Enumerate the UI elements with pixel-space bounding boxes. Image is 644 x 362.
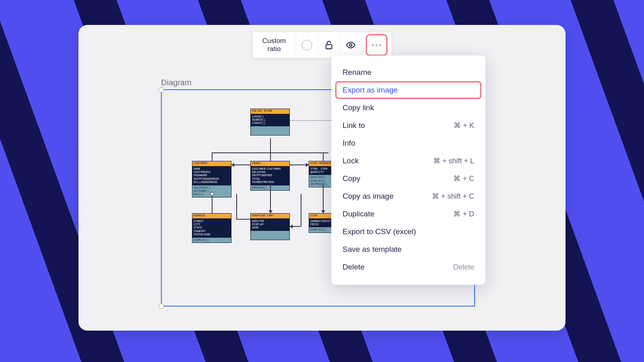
connector — [323, 152, 324, 161]
svg-rect-0 — [326, 45, 332, 49]
menu-item-rename[interactable]: Rename — [335, 64, 481, 81]
color-swatch-button[interactable] — [296, 32, 318, 58]
resize-handle-top-left[interactable] — [159, 87, 164, 93]
menu-item-link-to[interactable]: Link to ⌘ + K — [335, 117, 481, 134]
arrow-left-icon — [231, 163, 234, 167]
connector — [270, 138, 271, 152]
more-options-button[interactable] — [361, 32, 391, 58]
circle-icon — [301, 40, 312, 50]
connector — [212, 152, 213, 161]
arrow-down-icon — [321, 210, 325, 213]
menu-item-duplicate[interactable]: Duplicate ⌘ + D — [335, 205, 481, 223]
app-window: Custom ratio Diag — [78, 25, 566, 331]
connector — [323, 185, 324, 213]
menu-item-delete[interactable]: Delete Delete — [335, 258, 481, 276]
menu-item-export-csv[interactable]: Export to CSV (excel) — [335, 223, 481, 241]
connector — [270, 152, 271, 161]
connector — [301, 194, 301, 226]
lock-button[interactable] — [318, 32, 340, 58]
connector — [236, 219, 250, 220]
connector — [270, 185, 271, 213]
diagram-title: Diagram — [161, 78, 192, 87]
dots-horizontal-icon — [372, 44, 381, 46]
uml-box-cart[interactable]: SHOPPING CART ADDITEM DISPLAY SAVE — [250, 213, 290, 240]
connector — [236, 194, 237, 219]
svg-point-1 — [349, 44, 352, 46]
menu-item-info[interactable]: Info — [335, 134, 481, 152]
eye-icon — [345, 39, 355, 51]
resize-handle-bottom-left[interactable] — [159, 303, 164, 309]
arrow-left-icon — [290, 224, 293, 228]
menu-item-lock[interactable]: Lock ⌘ + shift + L — [335, 152, 481, 170]
menu-item-copy-as-image[interactable]: Copy as image ⌘ + shift + C — [335, 187, 481, 205]
custom-ratio-button[interactable]: Custom ratio — [253, 32, 296, 58]
arrow-right-icon — [306, 163, 309, 167]
visibility-button[interactable] — [340, 32, 361, 58]
custom-ratio-label-2: ratio — [262, 45, 286, 53]
uml-box-store[interactable]: ONLINE STORE LOGIN() SEARCH() LOGOUT() — [250, 109, 290, 136]
menu-item-export-as-image[interactable]: Export as image — [335, 81, 481, 99]
arrow-down-icon — [268, 210, 272, 213]
menu-item-copy[interactable]: Copy ⌘ + C — [335, 170, 481, 187]
menu-item-save-template[interactable]: Save as template — [335, 241, 481, 258]
connector — [212, 194, 213, 213]
unlock-icon — [324, 40, 334, 50]
custom-ratio-label-1: Custom — [262, 37, 286, 45]
menu-item-copy-link[interactable]: Copy link — [335, 99, 481, 117]
top-toolbar: Custom ratio — [253, 32, 392, 58]
connector — [231, 165, 250, 165]
uml-box-address[interactable]: ADDRESS STREET CITY STATE COUNTRY POSTAL… — [192, 213, 231, 243]
context-menu: Rename Export as image Copy link Link to… — [331, 56, 485, 285]
